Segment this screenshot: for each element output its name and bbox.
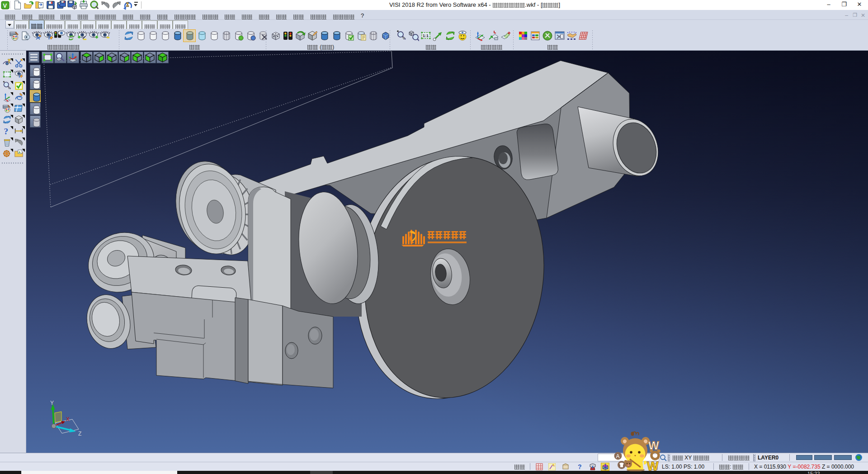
svg-text:?: ? xyxy=(578,463,582,470)
svg-text:V: V xyxy=(3,2,7,9)
svg-text:?: ? xyxy=(4,127,9,136)
svg-text:Y: Y xyxy=(50,400,54,406)
svg-text:A: A xyxy=(616,453,620,460)
svg-text:Z: Z xyxy=(78,431,81,437)
svg-text:X: X xyxy=(66,416,70,422)
svg-text:W: W xyxy=(647,460,659,471)
svg-text:1:1: 1:1 xyxy=(423,33,429,38)
